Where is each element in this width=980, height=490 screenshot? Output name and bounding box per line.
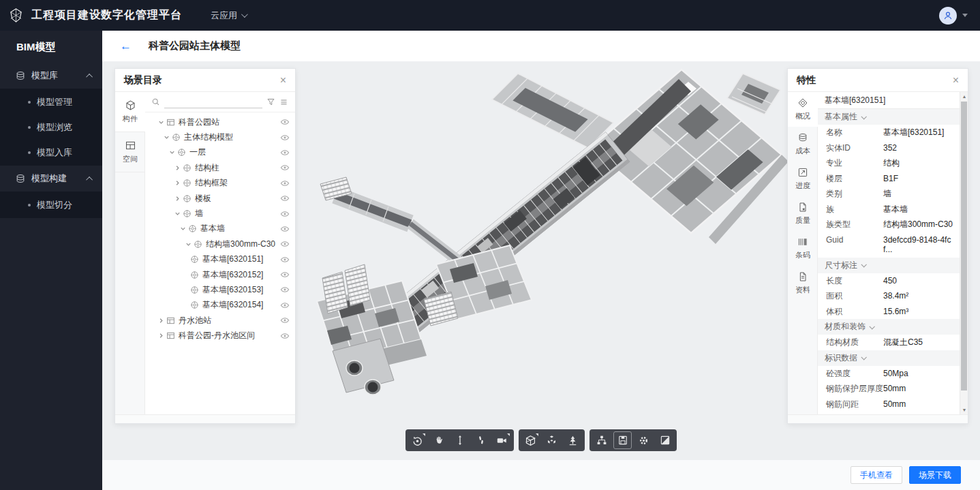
progress-chart-icon [797, 167, 808, 178]
tab-成本[interactable]: 成本 [788, 127, 818, 162]
tree-node[interactable]: 一层 [145, 145, 295, 160]
tree-node[interactable]: 基本墙[6320151] [145, 252, 295, 267]
visibility-eye-icon[interactable] [280, 316, 290, 325]
user-avatar[interactable] [939, 7, 957, 25]
visibility-eye-icon[interactable] [280, 194, 290, 203]
filter-icon[interactable] [266, 97, 275, 106]
caret-down-icon[interactable] [168, 149, 177, 156]
section-header-材质和装饰[interactable]: 材质和装饰 [818, 319, 960, 335]
close-icon[interactable]: × [280, 75, 286, 86]
close-icon[interactable]: × [953, 75, 959, 86]
settings-gear-button[interactable] [634, 431, 653, 449]
scrollbar[interactable]: ▲ ▼ [960, 92, 968, 414]
scene-panel: 场景目录 × 构件空间 科普公园站主体结构模型一层结构柱结构框架楼板墙基本墙结构… [114, 68, 296, 424]
tree-node[interactable]: 结构框架 [145, 176, 295, 191]
sidebar-item-模型入库[interactable]: 模型入库 [0, 140, 102, 165]
tab-构件[interactable]: 构件 [115, 92, 145, 132]
tab-概况[interactable]: 概况 [788, 92, 818, 127]
visibility-eye-icon[interactable] [280, 270, 290, 279]
tab-空间[interactable]: 空间 [115, 132, 145, 172]
visibility-eye-icon[interactable] [280, 117, 290, 127]
view-on-phone-button[interactable]: 手机查看 [851, 466, 902, 484]
property-value: 15.6m³ [883, 307, 955, 317]
section-header-基本属性[interactable]: 基本属性 [818, 109, 960, 125]
orbit-button[interactable] [408, 431, 427, 449]
tree-node-label: 基本墙[6320154] [202, 299, 263, 311]
visibility-eye-icon[interactable] [280, 301, 290, 310]
caret-right-icon[interactable] [157, 317, 166, 324]
caret-right-icon[interactable] [174, 179, 183, 187]
save-view-button[interactable] [613, 431, 632, 449]
scrollbar-thumb[interactable] [961, 102, 967, 391]
property-label: 钢筋间距 [826, 399, 883, 410]
tree-node[interactable]: 科普公园站 [145, 114, 295, 129]
visibility-eye-icon[interactable] [280, 239, 290, 249]
visibility-eye-icon[interactable] [280, 209, 290, 219]
section-header-标识数据[interactable]: 标识数据 [818, 350, 960, 366]
caret-down-icon[interactable] [157, 119, 166, 126]
chevron-up-icon [86, 176, 93, 183]
bottom-bar: 手机查看 场景下载 [102, 460, 980, 490]
property-sections: 基本属性名称基本墙[6320151]实体ID352专业结构楼层B1F类别墙族基本… [818, 109, 960, 414]
tab-进度[interactable]: 进度 [788, 162, 818, 196]
section-header-尺寸标注[interactable]: 尺寸标注 [818, 258, 960, 273]
tree-node[interactable]: 基本墙[6320153] [145, 282, 295, 297]
caret-down-icon[interactable] [185, 241, 194, 248]
fullscreen-button[interactable] [656, 431, 674, 449]
pan-hand-button[interactable] [429, 431, 448, 449]
tree-node[interactable]: 结构墙300mm-C30 [145, 236, 295, 251]
sidebar-item-模型切分[interactable]: 模型切分 [0, 192, 102, 217]
caret-right-icon[interactable] [174, 195, 183, 202]
section-box-button[interactable] [521, 431, 540, 449]
list-menu-icon[interactable] [279, 97, 288, 106]
tree-node[interactable]: 主体结构模型 [145, 129, 295, 144]
avatar-caret-icon[interactable] [962, 14, 968, 17]
tree-node[interactable]: 结构柱 [145, 160, 295, 175]
property-value: 结构 [883, 158, 955, 168]
property-label: 结构材质 [826, 337, 883, 348]
sidebar-item-模型管理[interactable]: 模型管理 [0, 89, 102, 114]
cloud-app-menu[interactable]: 云应用 [211, 10, 246, 22]
visibility-eye-icon[interactable] [280, 285, 290, 294]
camera-button[interactable] [493, 431, 511, 449]
sidebar-item-模型浏览[interactable]: 模型浏览 [0, 114, 102, 140]
chevron-down-icon [241, 11, 248, 18]
tree-node[interactable]: 基本墙[6320154] [145, 298, 295, 313]
visibility-eye-icon[interactable] [280, 224, 290, 234]
sidebar-group-模型构建[interactable]: 模型构建 [0, 166, 102, 192]
tab-质量[interactable]: 质量 [788, 196, 818, 231]
bim-3d-viewport[interactable] [307, 61, 791, 412]
caret-right-icon[interactable] [157, 332, 166, 339]
tree-node[interactable]: 墙 [145, 206, 295, 221]
tree-node[interactable]: 基本墙 [145, 221, 295, 236]
visibility-eye-icon[interactable] [280, 331, 290, 341]
visibility-eye-icon[interactable] [280, 148, 290, 157]
explode-button[interactable] [542, 431, 561, 449]
visibility-eye-icon[interactable] [280, 163, 290, 172]
visibility-eye-icon[interactable] [280, 179, 290, 188]
caret-down-icon[interactable] [163, 134, 172, 141]
walk-button[interactable] [472, 431, 490, 449]
tree-node[interactable]: 楼板 [145, 191, 295, 206]
scene-search-input[interactable] [164, 96, 262, 108]
sidebar-group-模型库[interactable]: 模型库 [0, 63, 102, 89]
caret-down-icon[interactable] [179, 225, 188, 232]
property-label: 名称 [826, 127, 883, 138]
visibility-eye-icon[interactable] [280, 255, 290, 264]
scene-tree-button[interactable] [592, 431, 611, 449]
scroll-up-icon[interactable]: ▲ [960, 92, 968, 101]
visibility-eye-icon[interactable] [280, 133, 290, 142]
tree-node[interactable]: 基本墙[6320152] [145, 267, 295, 282]
tree-node[interactable]: 丹水池站 [145, 313, 295, 328]
back-button[interactable]: ← [120, 40, 132, 52]
tab-资料[interactable]: 资料 [788, 266, 818, 301]
caret-right-icon[interactable] [174, 164, 183, 172]
property-row: 砼强度50Mpa [818, 366, 960, 382]
tree-node[interactable]: 科普公园-丹水池区间 [145, 328, 295, 343]
tab-条码[interactable]: 条码 [788, 231, 818, 266]
effects-tree-button[interactable] [564, 431, 582, 449]
scene-download-button[interactable]: 场景下载 [909, 466, 961, 484]
scroll-down-icon[interactable]: ▼ [960, 405, 968, 414]
zoom-button[interactable] [450, 431, 469, 449]
caret-down-icon[interactable] [174, 210, 183, 217]
